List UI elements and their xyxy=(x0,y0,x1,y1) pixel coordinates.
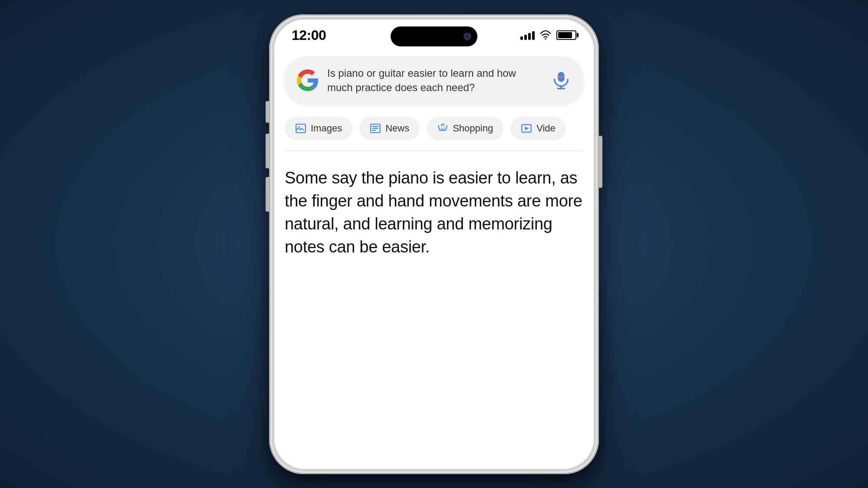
status-time: 12:00 xyxy=(292,27,326,43)
videos-tab-label: Vide xyxy=(536,123,556,134)
images-tab-label: Images xyxy=(311,123,342,134)
signal-bar-1 xyxy=(520,36,523,40)
news-tab-label: News xyxy=(385,123,409,134)
search-bar[interactable]: Is piano or guitar easier to learn and h… xyxy=(285,56,583,105)
filter-tab-videos[interactable]: Vide xyxy=(510,117,566,140)
side-button-power xyxy=(599,136,602,188)
filter-tab-images[interactable]: Images xyxy=(285,117,352,140)
signal-bar-3 xyxy=(528,33,531,40)
status-bar: 12:00 xyxy=(274,20,594,48)
filter-tab-shopping[interactable]: Shopping xyxy=(427,117,503,140)
svg-point-3 xyxy=(299,126,300,127)
wifi-icon xyxy=(540,29,551,41)
side-button-volume-up xyxy=(266,134,269,168)
shopping-icon xyxy=(437,123,448,134)
battery-level xyxy=(558,32,572,38)
svg-marker-9 xyxy=(525,126,529,130)
videos-icon xyxy=(521,123,532,134)
svg-point-0 xyxy=(545,38,546,39)
status-icons xyxy=(520,29,576,41)
side-button-volume-down xyxy=(266,177,269,212)
screen-content: Is piano or guitar easier to learn and h… xyxy=(274,48,594,259)
dynamic-island xyxy=(391,26,477,46)
phone-screen: 12:00 xyxy=(274,20,594,469)
signal-bar-4 xyxy=(532,31,535,40)
shopping-tab-label: Shopping xyxy=(453,123,493,134)
content-divider xyxy=(285,151,583,151)
filter-tab-news[interactable]: News xyxy=(359,117,420,140)
signal-bar-2 xyxy=(524,35,527,40)
phone-mockup: 12:00 xyxy=(269,14,599,474)
mic-icon[interactable] xyxy=(551,70,571,90)
search-query-text: Is piano or guitar easier to learn and h… xyxy=(327,66,542,95)
side-button-mute xyxy=(266,101,269,123)
answer-text: Some say the piano is easier to learn, a… xyxy=(285,167,583,259)
images-icon xyxy=(295,123,306,134)
news-icon xyxy=(370,123,381,134)
filter-tabs: Images News xyxy=(285,117,583,140)
google-logo xyxy=(297,69,319,91)
battery-icon xyxy=(556,30,576,40)
signal-strength-icon xyxy=(520,30,535,40)
front-camera xyxy=(464,33,471,40)
